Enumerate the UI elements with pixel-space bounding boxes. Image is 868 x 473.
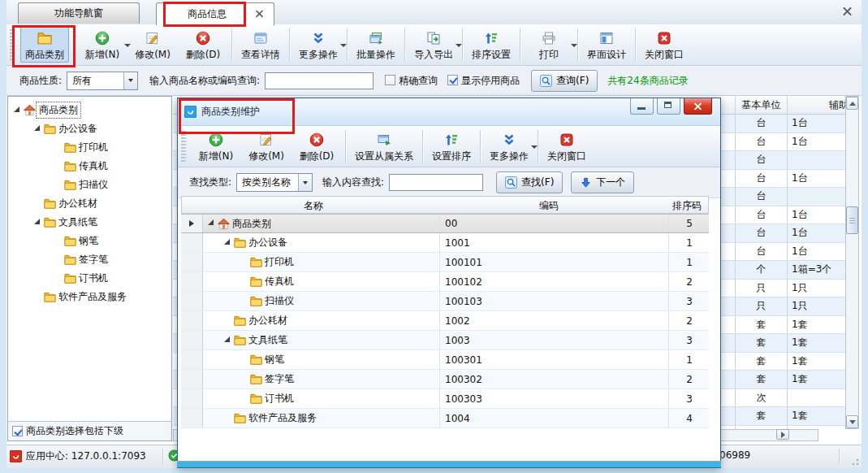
expand-arrow-icon[interactable] (207, 219, 218, 228)
next-button[interactable]: 下一个 (571, 171, 634, 193)
table-row[interactable]: 传真机1001022 (181, 272, 709, 292)
cell-base-unit: 台 (735, 170, 788, 188)
toolbar-button-view-details[interactable]: 查看详情 (236, 27, 285, 63)
dialog-toolbar-button-add[interactable]: 新增(N) (192, 128, 240, 164)
toolbar-button-more-actions[interactable]: 更多操作 (294, 27, 343, 63)
tree-item[interactable]: 传真机 (8, 157, 171, 176)
dialog-toolbar-button-set-sort[interactable]: 设置排序 (427, 128, 476, 164)
resize-grip[interactable] (849, 456, 859, 466)
table-row[interactable]: 文具纸笔10033 (181, 331, 709, 350)
expand-arrow-icon[interactable] (33, 219, 44, 227)
table-row[interactable]: 打印机1001011 (181, 253, 709, 272)
table-row[interactable]: 订书机1003033 (181, 389, 709, 409)
toolbar-button-add[interactable]: 新增(N) (78, 27, 127, 63)
tree-item[interactable]: 软件产品及服务 (8, 288, 171, 306)
dialog-toolbar-button-more-actions[interactable]: 更多操作 (485, 128, 533, 164)
tree-item[interactable]: 订书机 (8, 269, 171, 288)
column-header-code[interactable]: 编码 (539, 199, 559, 213)
table-row[interactable]: 办公设备10011 (181, 233, 709, 253)
toolbar-button-close-window[interactable]: 关闭窗口 (640, 27, 689, 63)
scroll-right-button[interactable] (776, 429, 789, 440)
cell-aux-unit: 1箱=3个 (787, 261, 845, 279)
vertical-scrollbar[interactable] (845, 96, 859, 429)
tree-item[interactable]: 钢笔 (8, 232, 171, 250)
toolbar-button-import-export[interactable]: 导入导出 (409, 27, 458, 63)
toolbar-grip[interactable] (181, 131, 187, 162)
product-search-input[interactable] (265, 72, 374, 89)
tree-item[interactable]: 签字笔 (8, 250, 171, 269)
row-gutter (181, 292, 203, 310)
dropdown-caret-icon[interactable] (571, 44, 577, 47)
find-input[interactable] (389, 174, 483, 191)
table-row[interactable]: 办公耗材10022 (181, 311, 709, 331)
scroll-down-button[interactable] (846, 415, 858, 428)
table-row[interactable]: 商品类别005 (181, 214, 709, 233)
dialog-title-bar[interactable]: 商品类别维护 (178, 98, 720, 126)
toolbar-separator (289, 28, 290, 61)
tree-item[interactable]: 办公耗材 (8, 194, 171, 213)
column-header-name[interactable]: 名称 (304, 199, 323, 213)
include-sub-checkbox-row[interactable]: 商品类别选择包括下级 (7, 421, 172, 441)
close-button[interactable] (684, 98, 712, 115)
show-disabled-checkbox[interactable]: 显示停用商品 (447, 74, 520, 88)
tab-close-icon[interactable] (255, 9, 264, 18)
checkbox-checked-icon[interactable] (447, 75, 458, 85)
dialog-toolbar-button-delete[interactable]: 删除(D) (292, 128, 341, 164)
column-header-base-unit[interactable]: 基本单位 (735, 96, 788, 114)
toolbar-button-sort-settings[interactable]: 排序设置 (467, 27, 516, 63)
dialog-toolbar-button-close-window[interactable]: 关闭窗口 (542, 128, 591, 164)
toolbar-grip[interactable] (10, 29, 15, 60)
toolbar-button-batch-actions[interactable]: 批量操作 (352, 27, 400, 63)
dropdown-caret-icon[interactable] (531, 145, 538, 149)
toolbar-button-edit[interactable]: 修改(M) (128, 27, 177, 63)
folder-icon (44, 123, 56, 135)
current-row-marker-icon (189, 220, 194, 227)
expand-arrow-icon[interactable] (33, 125, 44, 133)
query-button[interactable]: 查询(F) (531, 70, 598, 92)
table-row[interactable]: 软件产品及服务10044 (181, 409, 709, 428)
maximize-button[interactable] (657, 98, 680, 115)
tab-product-info[interactable]: 商品信息 (156, 2, 274, 25)
tree-item[interactable]: 商品类别 (8, 101, 171, 119)
expand-arrow-icon[interactable] (13, 106, 24, 115)
tree-item[interactable]: 打印机 (8, 138, 171, 157)
find-type-value: 按类别名称 (237, 176, 298, 189)
product-nature-select[interactable]: 所有 (67, 72, 138, 90)
tree-item[interactable]: 文具纸笔 (8, 213, 171, 232)
toolbar-separator (577, 28, 578, 61)
toolbar-button-print[interactable]: 打印 (525, 27, 573, 63)
window-close-icon[interactable] (843, 7, 852, 18)
find-type-select[interactable]: 按类别名称 (236, 173, 313, 192)
find-button[interactable]: 查找(F) (496, 171, 563, 193)
checkbox-checked-icon[interactable] (12, 426, 23, 436)
scrollbar-thumb[interactable] (846, 206, 858, 234)
expand-arrow-icon[interactable] (223, 239, 234, 247)
scroll-up-button[interactable] (846, 97, 858, 110)
tree-spacer (223, 317, 234, 325)
column-header-sort[interactable]: 排序码 (672, 199, 702, 213)
cell-name: 办公耗材 (202, 311, 460, 330)
toolbar-button-delete[interactable]: 删除(D) (179, 27, 227, 63)
checkbox-icon[interactable] (385, 75, 395, 85)
dialog-table-header: 名称 编码 排序码 (181, 196, 709, 214)
column-header-aux-unit[interactable]: 辅助 (787, 96, 845, 114)
minimize-button[interactable] (630, 98, 654, 115)
tab-function-navigation[interactable]: 功能导航窗 (18, 2, 140, 24)
toolbar-button-ui-design[interactable]: 界面设计 (582, 27, 631, 63)
dialog-toolbar-button-set-subordination[interactable]: 设置从属关系 (350, 128, 418, 164)
tree-item[interactable]: 办公设备 (8, 119, 171, 138)
exact-query-checkbox[interactable]: 精确查询 (385, 74, 438, 88)
dropdown-caret-icon[interactable] (456, 44, 462, 47)
dialog-toolbar-button-edit[interactable]: 修改(M) (242, 128, 291, 164)
chevron-down-icon[interactable] (123, 72, 137, 89)
expand-arrow-icon[interactable] (223, 336, 234, 345)
toolbar-button-product-category[interactable]: 商品类别 (20, 27, 69, 63)
table-row[interactable]: 签字笔1003022 (181, 370, 709, 389)
tree-item[interactable]: 扫描仪 (8, 176, 171, 194)
table-row[interactable]: 钢笔1003011 (181, 350, 709, 370)
table-row[interactable]: 扫描仪1001033 (181, 292, 709, 311)
delete-icon (309, 132, 325, 148)
tab-label: 商品信息 (188, 7, 227, 21)
dropdown-caret-icon[interactable] (340, 44, 347, 47)
chevron-down-icon[interactable] (298, 174, 312, 191)
